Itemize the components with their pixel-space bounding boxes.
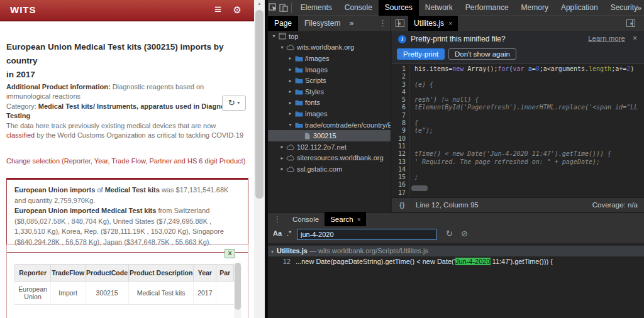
tree-item--images[interactable]: ▸/images: [268, 53, 391, 64]
tabs-overflow-icon[interactable]: »: [637, 0, 641, 16]
line-number[interactable]: 2: [392, 73, 409, 80]
search-input[interactable]: [297, 229, 436, 240]
page-scrollbar[interactable]: ▲: [254, 0, 265, 318]
show-debugger-icon[interactable]: ▶: [626, 19, 635, 27]
devtools-tab-performance[interactable]: Performance: [459, 0, 515, 16]
tree-item-102-112-2o7-net[interactable]: ▸102.112.2o7.net: [268, 141, 391, 153]
learn-more-link[interactable]: Learn more: [588, 35, 625, 42]
code-line-content[interactable]: [409, 143, 644, 150]
settings-gear-icon[interactable]: ⚙: [233, 4, 242, 16]
pretty-print-braces-icon[interactable]: {}: [399, 198, 405, 212]
tree-item-trade-comtrade-en-country-eu[interactable]: ▾trade/comtrade/en/country/EU: [268, 119, 391, 131]
line-number[interactable]: 5: [392, 96, 409, 104]
devtools-tab-console[interactable]: Console: [338, 0, 379, 16]
wits-logo[interactable]: WITS: [10, 4, 36, 15]
hamburger-menu-icon[interactable]: ≡: [214, 3, 221, 16]
tree-item-siteresources-worldbank-org[interactable]: ▸siteresources.worldbank.org: [268, 153, 391, 164]
close-tab-icon[interactable]: ×: [357, 216, 361, 223]
tree-item-top[interactable]: ▾top: [268, 31, 391, 42]
table-scrollbar-thumb[interactable]: [235, 263, 241, 310]
code-line-content[interactable]: [409, 73, 644, 80]
table-scrollbar[interactable]: [234, 263, 242, 318]
tree-expander-icon[interactable]: ▸: [279, 155, 286, 161]
navigator-more-icon[interactable]: ⋮: [379, 16, 387, 31]
code-area[interactable]: 1his.items=new Array();for(var a=0;a<arg…: [392, 65, 644, 197]
drawer-more-icon[interactable]: ⋮: [268, 215, 287, 224]
editor-tab-utilites[interactable]: Utilites.js×: [408, 16, 458, 31]
line-number[interactable]: 16: [392, 181, 409, 189]
tree-expander-icon[interactable]: ▸: [287, 89, 294, 94]
code-line-content[interactable]: ' Required. The page refreshed on: " + p…: [409, 158, 644, 166]
table-row[interactable]: European UnionImport300215Medical Test k…: [15, 282, 234, 305]
code-line-content[interactable]: [409, 166, 644, 173]
table-header-year[interactable]: Year: [194, 265, 216, 282]
line-number[interactable]: 8: [392, 119, 409, 127]
code-line-content[interactable]: {: [409, 119, 644, 127]
search-clear-icon[interactable]: ⊘: [461, 229, 468, 238]
dismiss-infobar-icon[interactable]: ×: [633, 34, 637, 43]
line-number[interactable]: 13: [392, 158, 409, 166]
code-line-content[interactable]: [409, 189, 644, 197]
tree-expander-icon[interactable]: ▾: [279, 45, 286, 50]
tree-expander-icon[interactable]: ▸: [287, 111, 294, 116]
code-line-content[interactable]: (e) {: [409, 81, 644, 89]
tree-item-300215[interactable]: 300215: [268, 130, 391, 141]
tree-expander-icon[interactable]: ▸: [287, 78, 294, 84]
devtools-tab-application[interactable]: Application: [555, 0, 604, 16]
table-header-reporter[interactable]: Reporter: [15, 265, 51, 282]
code-line-content[interactable]: his.items=new Array();for(var a=0;a<argu…: [409, 65, 644, 73]
change-selection-link[interactable]: Change selection (Reporter, Year, Trade …: [6, 157, 245, 165]
code-line-content[interactable]: [409, 89, 644, 96]
devtools-tab-elements[interactable]: Elements: [294, 0, 338, 16]
code-line-content[interactable]: tTime() < new Date('Jun-4-2020 11:47').g…: [409, 150, 644, 158]
devtools-tab-network[interactable]: Network: [419, 0, 459, 16]
tree-expander-icon[interactable]: ▾: [270, 33, 277, 39]
tree-item-styles[interactable]: ▸Styles: [268, 86, 391, 97]
tree-expander-icon[interactable]: ▾: [287, 122, 294, 128]
navigator-tab-filesystem[interactable]: Filesystem: [298, 16, 347, 31]
line-number[interactable]: 15: [392, 173, 409, 181]
tree-item-fonts[interactable]: ▸fonts: [268, 97, 391, 109]
close-tab-icon[interactable]: ×: [448, 19, 452, 27]
tree-item-images[interactable]: ▸Images: [268, 64, 391, 75]
line-number[interactable]: 10: [392, 135, 409, 143]
code-line-content[interactable]: [409, 135, 644, 143]
tree-expander-icon[interactable]: ▸: [287, 55, 294, 61]
regex-icon[interactable]: .*: [287, 229, 291, 237]
line-number[interactable]: 9: [392, 127, 409, 134]
line-number[interactable]: 4: [392, 89, 409, 96]
code-line-content[interactable]: ;: [409, 173, 644, 181]
code-line-content[interactable]: tElementById('Pagerefresh').innerHTML.re…: [409, 104, 644, 111]
tree-expander-icon[interactable]: ▸: [279, 166, 286, 172]
editor-hscrollbar-thumb[interactable]: [411, 185, 428, 191]
line-number[interactable]: 3: [392, 81, 409, 89]
tree-item-scripts[interactable]: ▸Scripts: [268, 75, 391, 86]
search-result-match-row[interactable]: 12...new Date(pageDateString).getTime() …: [268, 256, 644, 267]
tree-expander-icon[interactable]: ▸: [287, 100, 294, 106]
tree-item-wits-worldbank-org[interactable]: ▾wits.worldbank.org: [268, 42, 391, 53]
device-toolbar-icon[interactable]: [279, 0, 289, 15]
search-result-file-row[interactable]: ▾Utilites.js — wits.worldbank.org/Script…: [268, 246, 644, 256]
devtools-tab-memory[interactable]: Memory: [515, 0, 555, 16]
code-line-content[interactable]: resh') != null) {: [409, 96, 644, 104]
tree-expander-icon[interactable]: ▸: [279, 144, 286, 150]
line-number[interactable]: 7: [392, 112, 409, 119]
navigator-tab-page[interactable]: Page: [268, 16, 298, 31]
search-refresh-icon[interactable]: ↻: [446, 229, 453, 238]
code-line-content[interactable]: te");: [409, 127, 644, 134]
table-header-tradeflow[interactable]: TradeFlow: [51, 265, 86, 282]
line-number[interactable]: 6: [392, 104, 409, 111]
inspect-element-icon[interactable]: [268, 0, 279, 15]
line-number[interactable]: 1: [392, 65, 409, 73]
line-number[interactable]: 17: [392, 189, 409, 197]
table-header-par[interactable]: Par: [216, 265, 234, 282]
tree-expander-icon[interactable]: ▸: [287, 67, 294, 72]
match-case-icon[interactable]: Aa: [273, 229, 282, 237]
tree-item-ssl-gstatic-com[interactable]: ▸ssl.gstatic.com: [268, 163, 391, 175]
devtools-tab-sources[interactable]: Sources: [379, 0, 419, 16]
navigator-overflow-icon[interactable]: »: [347, 19, 356, 28]
drawer-tab-console[interactable]: Console: [287, 212, 325, 227]
line-number[interactable]: 14: [392, 166, 409, 173]
hide-navigator-icon[interactable]: ◀: [396, 19, 404, 27]
drawer-tab-search[interactable]: Search×: [325, 212, 366, 227]
